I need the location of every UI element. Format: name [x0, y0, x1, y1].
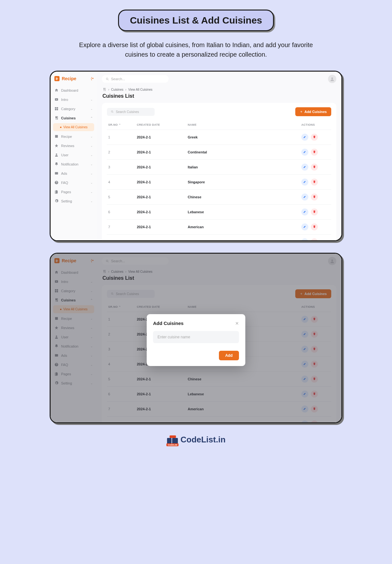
- edit-button[interactable]: [301, 149, 308, 156]
- cuisine-name-input[interactable]: [153, 331, 239, 343]
- cell-name: American: [188, 225, 301, 229]
- sidebar-item-label: Dashboard: [61, 88, 78, 92]
- breadcrumb: › Cuisines › View All Cuisines: [97, 86, 341, 91]
- edit-button[interactable]: [301, 194, 308, 201]
- sidebar-item-dashboard[interactable]: Dashboard: [51, 86, 97, 95]
- cell-sr: 1: [108, 135, 137, 139]
- delete-button[interactable]: [311, 223, 318, 230]
- sidebar-item-ads[interactable]: Ads⌄: [51, 169, 97, 178]
- sidebar-item-label: Reviews: [61, 144, 74, 148]
- table-row: 7 2024-2-1 American: [107, 219, 331, 234]
- cell-date: 2024-2-1: [137, 240, 188, 241]
- cell-name: Singapore: [188, 180, 301, 184]
- sidebar-item-faq[interactable]: FAQ⌄: [51, 178, 97, 187]
- edit-button[interactable]: [301, 223, 308, 230]
- edit-button[interactable]: [301, 164, 308, 171]
- page-header-title: Cuisines List & Add Cuisines: [118, 10, 274, 31]
- watermark: CodeList CodeList.in: [50, 435, 342, 445]
- chevron-up-icon: ⌃: [90, 116, 93, 120]
- chevron-down-icon: ⌄: [90, 135, 93, 138]
- pencil-icon: [303, 195, 306, 199]
- sidebar-item-recipe[interactable]: Recipe⌄: [51, 132, 97, 141]
- user-icon: [54, 153, 59, 157]
- edit-button[interactable]: [301, 179, 308, 186]
- add-cuisines-button[interactable]: Add Cuisines: [295, 107, 331, 116]
- chevron-down-icon: ⌄: [90, 172, 93, 175]
- sidebar-item-label: Cuisines: [61, 116, 76, 120]
- edit-button[interactable]: [301, 208, 308, 215]
- dot-icon: [60, 127, 61, 128]
- breadcrumb-cuisines[interactable]: Cuisines: [111, 88, 123, 91]
- svg-rect-3: [55, 109, 56, 110]
- sidebar-item-label: Ads: [61, 172, 67, 175]
- delete-button[interactable]: [311, 238, 318, 241]
- star-icon: [54, 144, 59, 148]
- close-icon[interactable]: ✕: [235, 321, 239, 326]
- brand: ⊪ Recipe ⟨•: [51, 72, 97, 85]
- delete-button[interactable]: [311, 208, 318, 215]
- global-search[interactable]: Search...: [102, 75, 169, 83]
- delete-button[interactable]: [311, 134, 318, 141]
- sidebar-item-reviews[interactable]: Reviews⌄: [51, 141, 97, 150]
- table-row: 3 2024-2-1 Italian: [107, 159, 331, 174]
- cell-sr: 7: [108, 225, 137, 229]
- sidebar-item-intro[interactable]: Intro⌄: [51, 95, 97, 104]
- sidebar-item-user[interactable]: User⌄: [51, 150, 97, 159]
- screenshot-panel-modal: ⊪ Recipe ⟨• DashboardIntro⌄Category⌄Cuis…: [50, 253, 342, 423]
- trash-icon: [313, 135, 316, 139]
- table-row: 2 2024-2-1 Continental: [107, 145, 331, 159]
- trash-icon: [313, 180, 316, 184]
- svg-rect-6: [55, 172, 58, 175]
- delete-button[interactable]: [311, 194, 318, 201]
- trash-icon: [313, 210, 316, 214]
- breadcrumb-view-all[interactable]: View All Cuisines: [128, 88, 152, 91]
- bell-icon: [54, 162, 59, 166]
- chevron-down-icon: ⌄: [90, 163, 93, 166]
- svg-point-9: [331, 77, 333, 79]
- sidebar-item-category[interactable]: Category⌄: [51, 104, 97, 113]
- avatar[interactable]: [328, 75, 336, 83]
- svg-rect-1: [55, 107, 56, 109]
- chevron-down-icon: ⌄: [90, 181, 93, 184]
- chevron-down-icon: ⌄: [90, 98, 93, 101]
- cell-sr: 4: [108, 180, 137, 184]
- modal-overlay[interactable]: Add Cuisines ✕ Add: [51, 254, 341, 422]
- table-search[interactable]: Search Cuisines: [107, 108, 155, 116]
- cell-sr: 6: [108, 210, 137, 214]
- sidebar-sub-view-all[interactable]: View All Cuisines: [53, 123, 94, 131]
- cell-date: 2024-2-1: [137, 150, 188, 154]
- table-header: SR.NO ⌃ CREATED DATE NAME ACTIONS: [107, 120, 331, 130]
- add-cuisines-modal: Add Cuisines ✕ Add: [147, 314, 245, 366]
- sidebar-item-label: User: [61, 153, 68, 157]
- delete-button[interactable]: [311, 179, 318, 186]
- cell-sr: 3: [108, 165, 137, 169]
- cell-name: Japanese: [188, 240, 301, 241]
- sidebar-item-cuisines[interactable]: Cuisines⌃: [51, 113, 97, 123]
- cell-name: Lebanese: [188, 210, 301, 214]
- edit-button[interactable]: [301, 134, 308, 141]
- sidebar-item-pages[interactable]: Pages⌄: [51, 187, 97, 196]
- cell-date: 2024-2-1: [137, 225, 188, 229]
- sidebar-item-label: Setting: [61, 199, 72, 203]
- trash-icon: [313, 150, 316, 154]
- cell-name: Continental: [188, 150, 301, 154]
- modal-add-button[interactable]: Add: [219, 351, 239, 360]
- delete-button[interactable]: [311, 164, 318, 171]
- help-icon: [54, 180, 59, 185]
- sort-icon[interactable]: ⌃: [119, 123, 121, 126]
- cell-date: 2024-2-1: [137, 195, 188, 199]
- delete-button[interactable]: [311, 149, 318, 156]
- chevron-down-icon: ⌄: [90, 107, 93, 110]
- pencil-icon: [303, 225, 306, 229]
- table-row: 1 2024-2-1 Greek: [107, 130, 331, 145]
- svg-rect-2: [57, 107, 58, 109]
- cell-date: 2024-2-1: [137, 180, 188, 184]
- pencil-icon: [303, 135, 306, 139]
- home-icon: [54, 88, 59, 92]
- sidebar-item-setting[interactable]: Setting⌄: [51, 196, 97, 206]
- edit-button[interactable]: [301, 238, 308, 241]
- sidebar-item-notification[interactable]: Notification⌄: [51, 159, 97, 169]
- collapse-icon[interactable]: ⟨•: [91, 76, 94, 81]
- table-row: 6 2024-2-1 Lebanese: [107, 204, 331, 219]
- chevron-down-icon: ⌄: [90, 190, 93, 194]
